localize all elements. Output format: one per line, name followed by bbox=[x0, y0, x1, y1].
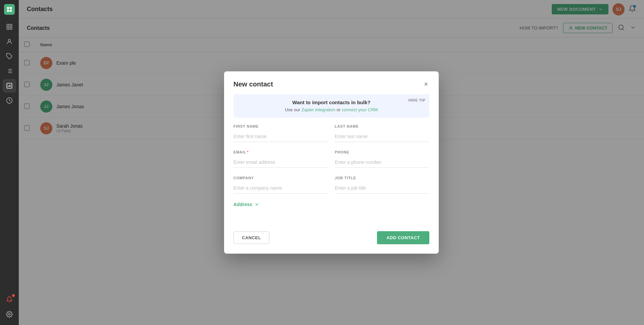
sidebar bbox=[0, 0, 19, 325]
sidebar-item-deals[interactable] bbox=[3, 50, 16, 63]
phone-input[interactable] bbox=[335, 157, 429, 168]
svg-rect-0 bbox=[7, 7, 9, 9]
svg-rect-3 bbox=[10, 10, 12, 12]
sidebar-item-settings[interactable] bbox=[3, 308, 16, 321]
sidebar-bottom bbox=[3, 293, 16, 321]
first-name-input[interactable] bbox=[233, 131, 328, 142]
sidebar-item-contacts[interactable] bbox=[3, 35, 16, 48]
modal-overlay[interactable]: New contact × Want to import contacts in… bbox=[19, 0, 644, 325]
hide-tip-button[interactable]: HIDE TIP bbox=[409, 98, 425, 102]
job-title-label: JOB TITLE bbox=[335, 176, 429, 180]
add-contact-button[interactable]: ADD CONTACT bbox=[377, 231, 429, 244]
svg-rect-6 bbox=[7, 27, 9, 29]
svg-rect-1 bbox=[10, 7, 12, 9]
email-input[interactable] bbox=[233, 157, 328, 168]
sidebar-item-clock[interactable] bbox=[3, 94, 16, 107]
name-row: FIRST NAME LAST NAME bbox=[233, 124, 429, 142]
cancel-button[interactable]: CANCEL bbox=[233, 232, 269, 244]
sidebar-item-dashboard[interactable] bbox=[3, 20, 16, 34]
first-name-group: FIRST NAME bbox=[233, 124, 328, 142]
address-toggle-button[interactable]: Address bbox=[233, 202, 260, 207]
svg-rect-4 bbox=[7, 24, 9, 26]
svg-rect-7 bbox=[10, 27, 12, 29]
job-title-group: JOB TITLE bbox=[335, 176, 429, 194]
main-content: Contacts NEW DOCUMENT SJ Contacts HOW TO… bbox=[19, 0, 644, 325]
company-job-row: COMPANY JOB TITLE bbox=[233, 176, 429, 194]
sidebar-item-notifications[interactable] bbox=[3, 293, 16, 306]
company-label: COMPANY bbox=[233, 176, 328, 180]
sidebar-item-activities[interactable] bbox=[3, 64, 16, 78]
svg-point-18 bbox=[9, 314, 10, 315]
phone-label: PHONE bbox=[335, 150, 429, 154]
last-name-group: LAST NAME bbox=[335, 124, 429, 142]
svg-rect-5 bbox=[10, 24, 12, 26]
modal-footer: CANCEL ADD CONTACT bbox=[224, 226, 439, 254]
last-name-label: LAST NAME bbox=[335, 124, 429, 128]
modal-form: FIRST NAME LAST NAME EMAIL* bbox=[224, 124, 439, 226]
tip-banner-description: Use our Zapier integration or connect yo… bbox=[240, 107, 423, 112]
svg-rect-2 bbox=[7, 10, 9, 12]
tip-banner: Want to import contacts in bulk? Use our… bbox=[233, 94, 429, 118]
modal-header: New contact × bbox=[224, 71, 439, 94]
new-contact-modal: New contact × Want to import contacts in… bbox=[224, 71, 439, 254]
zapier-link[interactable]: Zapier integration bbox=[302, 107, 335, 112]
tip-banner-title: Want to import contacts in bulk? bbox=[240, 100, 423, 105]
email-label: EMAIL* bbox=[233, 150, 328, 154]
phone-group: PHONE bbox=[335, 150, 429, 168]
email-phone-row: EMAIL* PHONE bbox=[233, 150, 429, 168]
email-group: EMAIL* bbox=[233, 150, 328, 168]
crm-link[interactable]: connect your CRM bbox=[342, 107, 378, 112]
svg-point-8 bbox=[8, 39, 11, 42]
tip-banner-content: Want to import contacts in bulk? Use our… bbox=[240, 100, 423, 112]
notification-dot bbox=[12, 294, 15, 297]
modal-close-button[interactable]: × bbox=[423, 79, 429, 89]
last-name-input[interactable] bbox=[335, 131, 429, 142]
modal-title: New contact bbox=[233, 80, 273, 88]
sidebar-item-reports[interactable] bbox=[3, 79, 16, 92]
company-input[interactable] bbox=[233, 183, 328, 194]
first-name-label: FIRST NAME bbox=[233, 124, 328, 128]
company-group: COMPANY bbox=[233, 176, 328, 194]
sidebar-logo bbox=[4, 4, 15, 15]
job-title-input[interactable] bbox=[335, 183, 429, 194]
